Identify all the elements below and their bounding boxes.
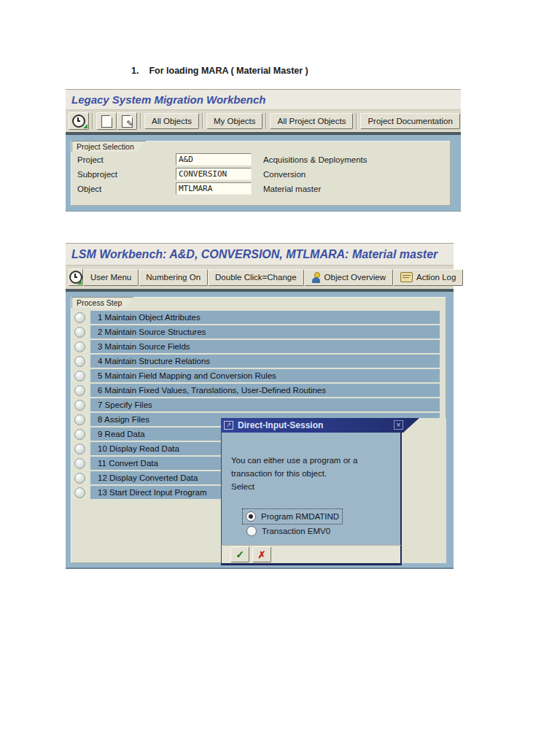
toolbar-separator <box>265 113 267 129</box>
new-document-icon <box>101 115 112 128</box>
numbering-on-button[interactable]: Numbering On <box>139 269 208 286</box>
dialog-titlebar[interactable]: ↗ Direct-Input-Session × <box>221 418 419 433</box>
toolbar-separator <box>356 113 357 129</box>
step-5[interactable]: 5 Maintain Field Mapping and Conversion … <box>90 369 440 382</box>
user-menu-button[interactable]: User Menu <box>83 269 139 286</box>
radio-program-rmdatind[interactable]: Program RMDATIND <box>243 509 342 524</box>
process-step-row: 5 Maintain Field Mapping and Conversion … <box>72 369 440 382</box>
all-objects-button[interactable]: All Objects <box>144 113 199 129</box>
process-step-row: 4 Maintain Structure Relations <box>72 355 440 368</box>
create-button[interactable] <box>96 112 117 130</box>
content-area: Project Selection Project A&D Acquisitio… <box>66 135 461 212</box>
step-status-indicator <box>74 327 85 338</box>
action-log-button[interactable]: Action Log <box>393 269 463 286</box>
project-field[interactable]: A&D <box>176 153 252 166</box>
toolbar-separator <box>140 113 141 129</box>
session-icon: ↗ <box>224 421 233 430</box>
change-button[interactable]: ✎ <box>117 112 137 130</box>
heading-number: 1. <box>131 66 139 76</box>
step-status-indicator <box>74 400 85 411</box>
process-step-row: 3 Maintain Source Fields <box>72 340 440 353</box>
process-step-row: 7 Specify Files <box>72 398 440 411</box>
step-status-indicator <box>74 385 85 396</box>
object-field[interactable]: MTLMARA <box>176 182 252 195</box>
toolbar: ✎ All Objects My Objects All Project Obj… <box>66 109 461 132</box>
person-icon <box>311 272 321 283</box>
project-description: Acquisitions & Deployments <box>263 155 368 164</box>
edit-document-icon: ✎ <box>122 115 133 128</box>
process-step-row: 6 Maintain Fixed Values, Translations, U… <box>72 384 440 397</box>
step-status-indicator <box>74 458 85 469</box>
step-7[interactable]: 7 Specify Files <box>90 398 440 411</box>
step-status-indicator <box>74 341 85 352</box>
window-title: Legacy System Migration Workbench <box>66 90 461 109</box>
lsmw-main-window: Legacy System Migration Workbench ✎ All … <box>66 89 461 212</box>
x-icon: ✗ <box>258 549 266 560</box>
object-overview-button[interactable]: Object Overview <box>304 269 393 286</box>
step-status-indicator <box>74 429 85 440</box>
project-selection-tab: Project Selection <box>71 141 146 152</box>
project-label: Project <box>77 155 176 164</box>
step-6[interactable]: 6 Maintain Fixed Values, Translations, U… <box>90 384 440 397</box>
step-status-indicator <box>74 371 85 382</box>
process-step-tab: Process Step <box>71 297 133 308</box>
execute-arrow-icon <box>83 124 88 128</box>
scroll-icon <box>400 272 413 282</box>
subproject-field[interactable]: CONVERSION <box>176 168 252 180</box>
cancel-button[interactable]: ✗ <box>252 546 271 562</box>
step-status-indicator <box>74 356 85 367</box>
step-status-indicator <box>74 444 85 454</box>
dialog-right-margin <box>402 418 446 563</box>
step-status-indicator <box>74 414 85 425</box>
object-description: Material master <box>263 185 321 193</box>
window-title: LSM Workbench: A&D, CONVERSION, MTLMARA:… <box>66 244 454 265</box>
field-row: Object MTLMARA Material master <box>77 182 321 195</box>
my-objects-button[interactable]: My Objects <box>206 113 263 129</box>
radio-icon <box>246 511 256 522</box>
execute-button[interactable] <box>69 112 89 130</box>
all-project-objects-button[interactable]: All Project Objects <box>270 113 353 129</box>
dialog-bottom-border <box>221 563 402 565</box>
double-click-change-button[interactable]: Double Click=Change <box>208 269 304 286</box>
toolbar-separator <box>92 113 93 129</box>
step-1[interactable]: 1 Maintain Object Attributes <box>90 311 440 324</box>
step-status-indicator <box>74 487 85 498</box>
step-4[interactable]: 4 Maintain Structure Relations <box>90 355 440 368</box>
toolbar-separator <box>202 113 203 129</box>
step-2[interactable]: 2 Maintain Source Structures <box>90 325 440 338</box>
subproject-description: Conversion <box>263 170 306 179</box>
close-icon[interactable]: × <box>394 420 403 430</box>
radio-icon <box>246 526 257 536</box>
dialog-text-line: You can either use a program or a <box>231 454 400 467</box>
field-row: Subproject CONVERSION Conversion <box>77 168 306 180</box>
subproject-label: Subproject <box>77 170 176 179</box>
step-3[interactable]: 3 Maintain Source Fields <box>90 340 440 353</box>
dialog-title: Direct-Input-Session <box>238 420 323 430</box>
dialog-footer: ✓ ✗ <box>221 545 402 563</box>
radio-transaction-emv0[interactable]: Transaction EMV0 <box>244 524 333 538</box>
heading-text: For loading MARA ( Material Master ) <box>149 66 308 76</box>
direct-input-session-dialog: ↗ Direct-Input-Session × You can either … <box>221 418 402 565</box>
dialog-text-line: transaction for this object. <box>231 467 400 480</box>
object-label: Object <box>77 185 176 193</box>
process-step-row: 1 Maintain Object Attributes <box>72 311 440 324</box>
dialog-text-line: Select <box>231 480 400 493</box>
toolbar: User Menu Numbering On Double Click=Chan… <box>66 265 454 289</box>
process-step-row: 2 Maintain Source Structures <box>72 325 440 338</box>
project-documentation-button[interactable]: Project Documentation <box>360 113 459 129</box>
dialog-body: You can either use a program or a transa… <box>221 433 402 545</box>
doc-heading: 1. For loading MARA ( Material Master ) <box>131 66 308 76</box>
field-row: Project A&D Acquisitions & Deployments <box>77 153 368 166</box>
step-status-indicator <box>74 473 85 484</box>
checkmark-icon: ✓ <box>236 549 244 560</box>
dialog-options: Program RMDATIND Transaction EMV0 <box>222 509 400 538</box>
execute-button[interactable] <box>69 268 83 286</box>
project-selection-panel: Project Selection Project A&D Acquisitio… <box>71 141 451 206</box>
execute-arrow-icon <box>77 280 82 285</box>
step-status-indicator <box>74 312 85 323</box>
confirm-button[interactable]: ✓ <box>230 546 249 562</box>
